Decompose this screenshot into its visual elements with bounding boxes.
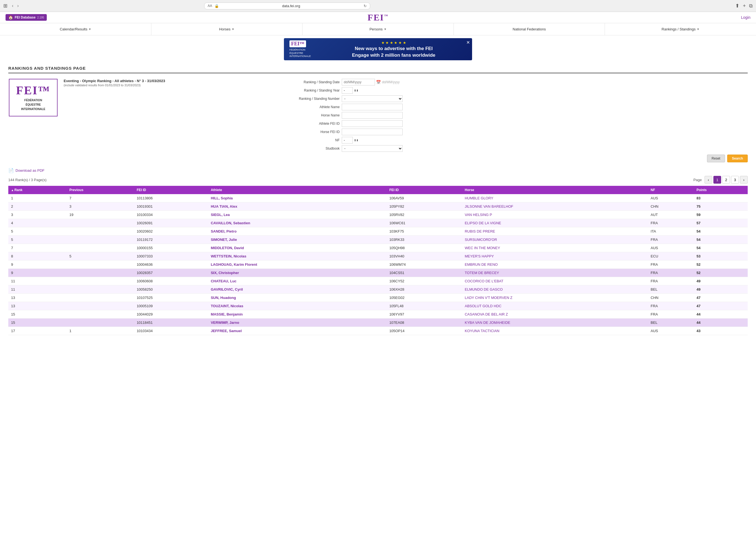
sidebar-toggle-button[interactable]: ⊞	[3, 3, 7, 9]
forward-button[interactable]: ›	[16, 2, 20, 9]
nf-input[interactable]	[342, 137, 353, 144]
chevron-down-icon: ▼	[697, 28, 700, 31]
new-tab-button[interactable]: +	[743, 3, 746, 9]
athlete-link[interactable]: WETTSTEIN, Nicolas	[211, 254, 247, 258]
points-cell: 49	[694, 277, 748, 285]
horse-link[interactable]: KYBA VAN DE JOMAHEIDE	[465, 320, 510, 325]
athlete-link[interactable]: SUN, Huadong	[211, 295, 236, 300]
share-button[interactable]: ⬆	[735, 3, 739, 9]
download-link[interactable]: 📄 Download as PDF	[8, 168, 748, 173]
calendar-icon[interactable]: 📅	[376, 80, 381, 84]
nav-item-rankings[interactable]: Rankings / Standings ▼	[605, 23, 756, 35]
athlete-link[interactable]: CHATEAU, Luc	[211, 279, 237, 283]
nav-item-calendar[interactable]: Calendar/Results ▼	[0, 23, 151, 35]
horse-link[interactable]: COCORICO DE L'EBAT	[465, 279, 503, 283]
athlete-link[interactable]: HILL, Sophia	[211, 196, 233, 200]
horse-link[interactable]: JILSONNE VAN BAREELHOF	[465, 204, 513, 209]
reload-button[interactable]: ↻	[364, 4, 367, 8]
athlete-fei-id-input[interactable]	[342, 120, 403, 127]
page-2-button[interactable]: 2	[722, 176, 730, 184]
fei-id-athlete-cell: 10060608	[134, 277, 208, 285]
nf-spinner[interactable]: ⬆⬇	[354, 139, 358, 142]
back-button[interactable]: ‹	[11, 2, 14, 9]
horse-link[interactable]: RUBIS DE PRERE	[465, 229, 495, 234]
rank-cell: 3	[8, 211, 67, 219]
year-spinner[interactable]: ⬆⬇	[354, 89, 358, 92]
filter-label-date: Ranking / Standing Date	[295, 80, 340, 84]
ad-close-button[interactable]: ✕	[466, 40, 470, 45]
athlete-link[interactable]: MASSIE, Benjamin	[211, 312, 243, 316]
athlete-link[interactable]: MIDDLETON, David	[211, 246, 244, 250]
previous-cell	[67, 227, 134, 236]
nav-item-horses[interactable]: Horses ▼	[151, 23, 303, 35]
horse-cell: MEYER'S HAPPY	[462, 252, 648, 261]
athlete-link[interactable]: SIMONET, Julie	[211, 238, 237, 242]
athlete-link[interactable]: HUA TIAN, Alex	[211, 204, 237, 209]
points-cell: 59	[694, 211, 748, 219]
fei-id-horse-cell: 107EA08	[387, 318, 462, 327]
horse-link[interactable]: WEC IN THE MONEY	[465, 246, 500, 250]
page-3-button[interactable]: 3	[731, 176, 739, 184]
athlete-cell: JEFFREE, Samuel	[208, 327, 387, 335]
previous-cell	[67, 285, 134, 294]
horse-link[interactable]: MEYER'S HAPPY	[465, 254, 494, 258]
horse-link[interactable]: KOYUNA TACTICIAN	[465, 329, 499, 333]
page-1-button[interactable]: 1	[713, 176, 721, 184]
horse-link[interactable]: ABSOLUT GOLD HDC	[465, 304, 501, 308]
date-input-group: 📅 dd/MM/yyyy	[342, 79, 400, 86]
athlete-link[interactable]: SIX, Christopher	[211, 271, 239, 275]
table-row: 13 10005109 TOUZAINT, Nicolas 105FL48 AB…	[8, 302, 748, 310]
horse-cell: COCORICO DE L'EBAT	[462, 277, 648, 285]
athlete-link[interactable]: CAVAILLON, Sebastien	[211, 221, 250, 225]
athlete-link[interactable]: LAGHOUAG, Karim Florent	[211, 263, 257, 267]
horse-link[interactable]: CASANOVA DE BEL AIR Z	[465, 312, 508, 316]
search-button[interactable]: Search	[727, 155, 748, 162]
fei-id-horse-cell: 105PY82	[387, 203, 462, 211]
horse-link[interactable]: ELMUNDO DE GASCO	[465, 287, 503, 291]
horse-cell: KYBA VAN DE JOMAHEIDE	[462, 318, 648, 327]
athlete-link[interactable]: JEFFREE, Samuel	[211, 329, 242, 333]
horse-name-input[interactable]	[342, 112, 403, 119]
nf-cell: FRA	[648, 261, 694, 269]
filter-row-date: Ranking / Standing Date 📅 dd/MM/yyyy	[295, 79, 748, 86]
athlete-name-input[interactable]	[342, 104, 403, 110]
previous-cell	[67, 310, 134, 318]
address-bar[interactable]: AA 🔒 data.fei.org ↻	[204, 2, 370, 9]
ad-banner[interactable]: FEI™ FÉDÉRATIONÉQUESTREINTERNATIONALE ★ …	[284, 38, 472, 60]
nav-item-national-federations[interactable]: National Federations	[454, 23, 605, 35]
horse-link[interactable]: ELIPSO DE LA VIGNE	[465, 221, 501, 225]
reset-button[interactable]: Reset	[707, 155, 725, 162]
athlete-link[interactable]: TOUZAINT, Nicolas	[211, 304, 244, 308]
points-cell: 43	[694, 327, 748, 335]
site-header-top: 🏠 FEI Database 2.195 FEI™ Login	[0, 12, 756, 23]
ranking-date-input[interactable]	[342, 79, 375, 86]
login-link[interactable]: Login	[741, 15, 750, 20]
rank-cell: 2	[8, 203, 67, 211]
previous-cell: 1	[67, 327, 134, 335]
ranking-number-select[interactable]: -	[342, 95, 403, 102]
athlete-link[interactable]: VERWIMP, Jarno	[211, 320, 239, 325]
nav-item-persons[interactable]: Persons ▼	[302, 23, 454, 35]
prev-page-button[interactable]: ‹	[705, 176, 712, 184]
points-cell: 52	[694, 269, 748, 277]
points-cell: 75	[694, 203, 748, 211]
next-page-button[interactable]: ›	[740, 176, 748, 184]
horse-link[interactable]: LADY CHIN V'T MOERVEN Z	[465, 295, 512, 300]
horse-fei-id-input[interactable]	[342, 129, 403, 135]
horse-link[interactable]: VAN HELSING P	[465, 213, 492, 217]
filter-label-nf: NF	[295, 138, 340, 142]
horse-link[interactable]: SURSUMCORD'OR	[465, 238, 497, 242]
athlete-link[interactable]: SANDEI, Pietro	[211, 229, 237, 234]
fei-db-badge[interactable]: 🏠 FEI Database 2.195	[6, 14, 47, 21]
athlete-link[interactable]: SIEGL, Lea	[211, 213, 230, 217]
horse-link[interactable]: HUMBLE GLORY	[465, 196, 493, 200]
table-row: 5 10020602 SANDEI, Pietro 103KF75 RUBIS …	[8, 227, 748, 236]
filter-label-horse-fei-id: Horse FEI ID	[295, 130, 340, 134]
studbook-select[interactable]: -	[342, 145, 403, 152]
table-row: 5 10119172 SIMONET, Julie 103RK33 SURSUM…	[8, 236, 748, 244]
athlete-link[interactable]: GAVRILOVIC, Cyril	[211, 287, 243, 291]
tabs-button[interactable]: ⧉	[749, 3, 753, 9]
horse-link[interactable]: EMBRUN DE RENO	[465, 263, 498, 267]
ranking-year-input[interactable]	[342, 87, 353, 94]
horse-link[interactable]: TOTEM DE BRECEY	[465, 271, 499, 275]
